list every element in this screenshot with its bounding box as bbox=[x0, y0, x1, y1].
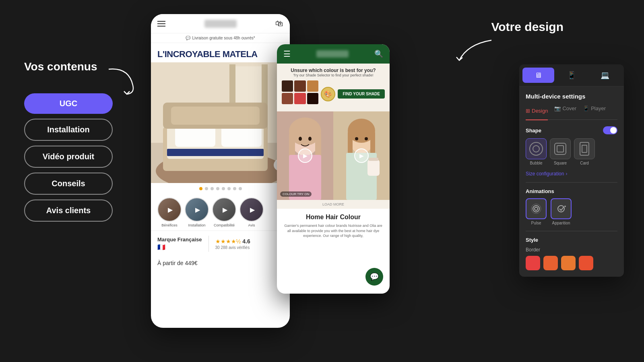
size-config-link[interactable]: Size configuration › bbox=[526, 171, 617, 177]
tab-design-label: Design bbox=[532, 108, 548, 114]
menu-icon-center[interactable]: ☰ bbox=[283, 49, 291, 59]
swatch-5 bbox=[294, 93, 305, 104]
bed-illustration bbox=[151, 62, 290, 183]
swatch-4 bbox=[282, 93, 293, 104]
shape-square[interactable]: Square bbox=[550, 138, 571, 165]
play-btn-1[interactable]: ▶ bbox=[298, 148, 312, 163]
hair-videos-grid: ▶ COLOUR TRY ON ▶ bbox=[277, 111, 390, 200]
btn-conseils[interactable]: Conseils bbox=[24, 173, 113, 195]
green-header: ☰ 🔍 bbox=[277, 44, 390, 64]
border-swatches bbox=[526, 256, 617, 270]
swatch-color-4[interactable] bbox=[579, 256, 593, 270]
shape-box-square bbox=[550, 138, 571, 159]
svg-point-20 bbox=[308, 137, 312, 141]
svg-rect-12 bbox=[171, 107, 260, 125]
tab-cover[interactable]: 📷 Cover bbox=[554, 105, 576, 115]
style-label-text: Style bbox=[526, 237, 538, 243]
animation-options: Pulse Apparition bbox=[526, 198, 617, 225]
stars: ★★★★½ bbox=[215, 238, 241, 245]
shape-bubble[interactable]: Bubble bbox=[526, 138, 547, 165]
svg-point-32 bbox=[535, 207, 538, 210]
panel-inner: Multi-device settings ⊞ Design 📷 Cover 📱… bbox=[519, 86, 624, 277]
shape-label-card: Card bbox=[580, 161, 589, 165]
rating-section: Marque Française 🇫🇷 ★★★★½ 4.6 30 288 avi… bbox=[151, 230, 290, 257]
video-circle-4 bbox=[239, 197, 264, 222]
btn-installation[interactable]: Installation bbox=[24, 119, 113, 141]
divider-2 bbox=[526, 231, 617, 231]
hamburger-icon[interactable] bbox=[157, 21, 165, 27]
search-icon[interactable]: 🔍 bbox=[374, 49, 383, 58]
btn-avis-clients[interactable]: Avis clients bbox=[24, 200, 113, 222]
hair-video-2[interactable]: ▶ bbox=[333, 111, 390, 200]
swatch-6 bbox=[307, 93, 318, 104]
video-thumb-2[interactable]: Installation bbox=[185, 197, 209, 227]
brand-info: Marque Française 🇫🇷 bbox=[157, 237, 202, 251]
shape-label-text: Shape bbox=[526, 128, 541, 134]
find-shade-button[interactable]: FIND YOUR SHADE bbox=[338, 89, 385, 99]
hero-image bbox=[151, 62, 290, 183]
svg-rect-24 bbox=[348, 131, 353, 155]
hero-title: L'INCROYABLE MATELA bbox=[151, 43, 290, 62]
anim-apparition[interactable]: Apparition bbox=[551, 198, 572, 225]
swatch-color-3[interactable] bbox=[561, 256, 576, 270]
video-thumb-1[interactable]: Bénéfices bbox=[157, 197, 182, 227]
video-circle-3 bbox=[212, 197, 236, 222]
hair-video-1[interactable]: ▶ COLOUR TRY ON bbox=[277, 111, 333, 200]
brand-name: Marque Française bbox=[157, 237, 202, 243]
video-label-2: Installation bbox=[188, 223, 205, 227]
animations-label: Animations bbox=[526, 188, 617, 194]
device-tab-desktop[interactable]: 🖥 bbox=[522, 68, 554, 83]
tab-cover-label: Cover bbox=[562, 105, 576, 111]
play-btn-2[interactable]: ▶ bbox=[354, 148, 369, 163]
shape-box-bubble bbox=[526, 138, 547, 159]
settings-panel: 🖥 📱 💻 Multi-device settings ⊞ Design 📷 C… bbox=[519, 64, 624, 277]
chat-button[interactable]: 💬 bbox=[365, 268, 383, 286]
phone-mockup-left: 🛍 💬 Livraison gratuite sous 48h ouvrés* … bbox=[151, 14, 290, 328]
bag-icon[interactable]: 🛍 bbox=[275, 19, 283, 28]
dot-5 bbox=[222, 187, 225, 190]
btn-video-produit[interactable]: Vidéo produit bbox=[24, 146, 113, 168]
tab-design[interactable]: ⊞ Design bbox=[526, 105, 548, 120]
device-tab-tablet[interactable]: 💻 bbox=[589, 68, 621, 83]
svg-rect-8 bbox=[167, 149, 264, 156]
anim-label-pulse: Pulse bbox=[531, 221, 541, 225]
shade-subtitle: Try our Shade Selector to find your perf… bbox=[282, 73, 385, 77]
device-tab-mobile[interactable]: 📱 bbox=[556, 68, 588, 83]
swatch-color-1[interactable] bbox=[526, 256, 540, 270]
anim-label-apparition: Apparition bbox=[552, 221, 570, 225]
swatch-color-2[interactable] bbox=[543, 256, 558, 270]
anim-pulse[interactable]: Pulse bbox=[526, 198, 547, 225]
svg-rect-27 bbox=[367, 160, 380, 176]
cover-icon: 📷 bbox=[554, 105, 561, 111]
apparition-icon bbox=[555, 203, 567, 214]
product-description: Garnier's permanent hair colour brands N… bbox=[283, 223, 384, 239]
pulse-icon bbox=[530, 203, 542, 214]
btn-ugc[interactable]: UGC bbox=[24, 93, 113, 114]
style-label: Style bbox=[526, 237, 617, 243]
shape-label: Shape bbox=[526, 126, 617, 134]
bubble-icon bbox=[529, 142, 543, 156]
square-icon bbox=[554, 143, 566, 155]
dot-3 bbox=[211, 187, 214, 190]
price-section: À partir de 449€ bbox=[151, 257, 290, 269]
votre-design-annotation: Votre design bbox=[491, 20, 564, 34]
tab-player-label: Player bbox=[591, 105, 606, 111]
arrow-left-icon bbox=[105, 65, 145, 97]
video-thumb-4[interactable]: Avis bbox=[239, 197, 264, 227]
shade-title: Unsure which colour is best for you? bbox=[282, 68, 385, 73]
shape-toggle[interactable] bbox=[603, 126, 617, 134]
video-label-4: Avis bbox=[248, 223, 255, 227]
product-info-section: Home Hair Colour Garnier's permanent hai… bbox=[277, 209, 390, 243]
video-thumb-3[interactable]: Compatibilité bbox=[212, 197, 236, 227]
shape-card[interactable]: Card bbox=[574, 138, 595, 165]
size-config-text: Size configuration bbox=[526, 171, 564, 177]
dot-8 bbox=[239, 187, 242, 190]
anim-box-apparition bbox=[551, 198, 572, 219]
video-circle-1 bbox=[157, 197, 182, 222]
review-count: 30 288 avis vérifiés bbox=[215, 245, 250, 250]
svg-rect-25 bbox=[370, 131, 375, 155]
shape-options: Bubble Square Card bbox=[526, 138, 617, 165]
dot-1 bbox=[199, 187, 202, 190]
hair-tag-1: COLOUR TRY ON bbox=[280, 191, 312, 197]
tab-player[interactable]: 📱 Player bbox=[583, 105, 606, 115]
